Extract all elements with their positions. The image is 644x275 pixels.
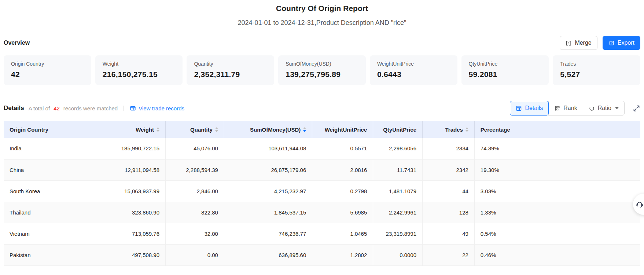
- column-header-label: Weight: [136, 126, 154, 133]
- merge-button[interactable]: Merge: [560, 36, 597, 50]
- overview-card-label: QtyUnitPrice: [469, 61, 542, 67]
- sort-caret-up-icon: [465, 127, 468, 129]
- cell-origin-country: Vietnam: [4, 223, 110, 244]
- column-header-inner: Weight: [116, 126, 159, 133]
- table-header-row: Origin CountryWeightQuantitySumOfMoney(U…: [4, 121, 640, 138]
- table-cell: 11.7431: [373, 159, 423, 180]
- sort-caret-up-icon: [215, 127, 218, 129]
- details-table: Origin CountryWeightQuantitySumOfMoney(U…: [4, 121, 640, 266]
- sort-carets-icon[interactable]: [303, 127, 306, 132]
- merge-button-label: Merge: [575, 40, 591, 46]
- column-header-inner: Origin Country: [10, 126, 104, 133]
- sort-carets-icon[interactable]: [465, 127, 468, 132]
- matched-prefix: A total of: [29, 105, 50, 111]
- overview-card-label: Trades: [560, 61, 633, 67]
- overview-card: Quantity2,352,311.79: [187, 55, 274, 85]
- overview-card-label: SumOfMoney(USD): [286, 61, 358, 67]
- table-cell: 185,990,722.15: [110, 138, 166, 159]
- chevron-down-icon: [615, 107, 619, 109]
- overview-card-value: 216,150,275.15: [103, 70, 176, 79]
- table-cell: 128: [423, 202, 475, 223]
- view-toggle-rank[interactable]: Rank: [548, 101, 583, 115]
- table-cell: 49: [423, 223, 475, 244]
- page-title: Country Of Origin Report: [0, 0, 644, 13]
- column-header-percentage: Percentage: [474, 121, 640, 138]
- sort-caret-up-icon: [157, 127, 159, 129]
- matched-suffix: records were matched: [63, 105, 118, 111]
- table-cell: 1,845,537.15: [224, 202, 312, 223]
- table-cell: 323,860.90: [110, 202, 166, 223]
- overview-card-value: 0.6443: [377, 70, 450, 79]
- table-cell: 0.5571: [312, 138, 373, 159]
- table-cell: 2,242.9961: [373, 202, 423, 223]
- sort-caret-down-icon: [303, 130, 306, 132]
- sort-carets-icon[interactable]: [157, 127, 159, 132]
- view-toggle-ratio[interactable]: Ratio: [583, 101, 625, 115]
- details-section-label: Details: [4, 104, 24, 112]
- vertical-divider: [124, 106, 124, 111]
- view-trade-records-link[interactable]: View trade records: [130, 105, 184, 111]
- table-cell: 0.54%: [474, 223, 640, 244]
- column-header-inner: QtyUnitPrice: [379, 126, 416, 133]
- export-icon: [608, 40, 615, 46]
- overview-card: Origin Country42: [4, 55, 91, 85]
- table-cell: 0.00: [166, 244, 224, 265]
- table-cell: 26,875,179.06: [224, 159, 312, 180]
- column-header-quantity[interactable]: Quantity: [166, 121, 224, 138]
- overview-card-value: 59.2081: [469, 70, 542, 79]
- overview-card-label: WeightUnitPrice: [377, 61, 450, 67]
- table-cell: 103,611,944.08: [224, 138, 312, 159]
- view-toggle-details[interactable]: Details: [510, 101, 549, 115]
- table-cell: 822.80: [166, 202, 224, 223]
- table-cell: 12,911,094.58: [110, 159, 166, 180]
- cell-origin-country: Thailand: [4, 202, 110, 223]
- sort-caret-up-icon: [303, 127, 306, 129]
- column-header-trades[interactable]: Trades: [423, 121, 475, 138]
- table-cell: 23,319.8991: [373, 223, 423, 244]
- overview-section-label: Overview: [4, 40, 30, 46]
- table-cell: 2,846.00: [166, 180, 224, 202]
- view-toggle-label: Ratio: [598, 105, 611, 111]
- table-cell: 1,481.1079: [373, 180, 423, 202]
- export-button[interactable]: Export: [603, 36, 640, 50]
- column-header-inner: Trades: [428, 126, 468, 133]
- table-cell: 4,215,232.97: [224, 180, 312, 202]
- cell-origin-country: India: [4, 138, 110, 159]
- overview-card-label: Origin Country: [11, 61, 84, 67]
- view-toggle-label: Rank: [563, 105, 577, 111]
- table-cell: 497,508.90: [110, 244, 166, 265]
- headset-support-icon: [636, 200, 644, 208]
- export-button-label: Export: [618, 40, 634, 46]
- column-header-sumofmoney-usd-[interactable]: SumOfMoney(USD): [224, 121, 312, 138]
- column-header-weight[interactable]: Weight: [110, 121, 166, 138]
- details-right: DetailsRankRatio: [510, 101, 640, 115]
- table-cell: 22: [423, 244, 475, 265]
- report-subtitle: 2024-01-01 to 2024-12-31,Product Descrip…: [0, 19, 644, 27]
- table-cell: 2.0816: [312, 159, 373, 180]
- overview-card: Trades5,527: [553, 55, 640, 85]
- overview-card: SumOfMoney(USD)139,275,795.89: [278, 55, 366, 85]
- merge-cells-icon: [566, 40, 572, 46]
- records-matched-text: A total of 42 records were matched: [29, 105, 118, 111]
- view-toggle-group: DetailsRankRatio: [510, 101, 625, 115]
- table-cell: 713,059.76: [110, 223, 166, 244]
- column-header-label: Percentage: [481, 126, 510, 133]
- overview-card-value: 42: [11, 70, 84, 79]
- column-header-label: Trades: [445, 126, 463, 133]
- table-cell: 74.39%: [474, 138, 640, 159]
- table-cell: 2,298.6056: [373, 138, 423, 159]
- table-cell: 1.33%: [474, 202, 640, 223]
- table-body: India185,990,722.1545,076.00103,611,944.…: [4, 138, 640, 265]
- table-cell: 0.2798: [312, 180, 373, 202]
- overview-card: QtyUnitPrice59.2081: [461, 55, 549, 85]
- fullscreen-icon[interactable]: [633, 104, 640, 112]
- overview-card-label: Quantity: [194, 61, 267, 67]
- rank-icon: [554, 105, 560, 111]
- matched-count: 42: [52, 105, 61, 111]
- sort-caret-down-icon: [157, 130, 159, 132]
- table-icon: [516, 105, 522, 111]
- sort-carets-icon[interactable]: [215, 127, 218, 132]
- table-cell: 44: [423, 180, 475, 202]
- table-cell: 0.0000: [373, 244, 423, 265]
- cell-origin-country: South Korea: [4, 180, 110, 202]
